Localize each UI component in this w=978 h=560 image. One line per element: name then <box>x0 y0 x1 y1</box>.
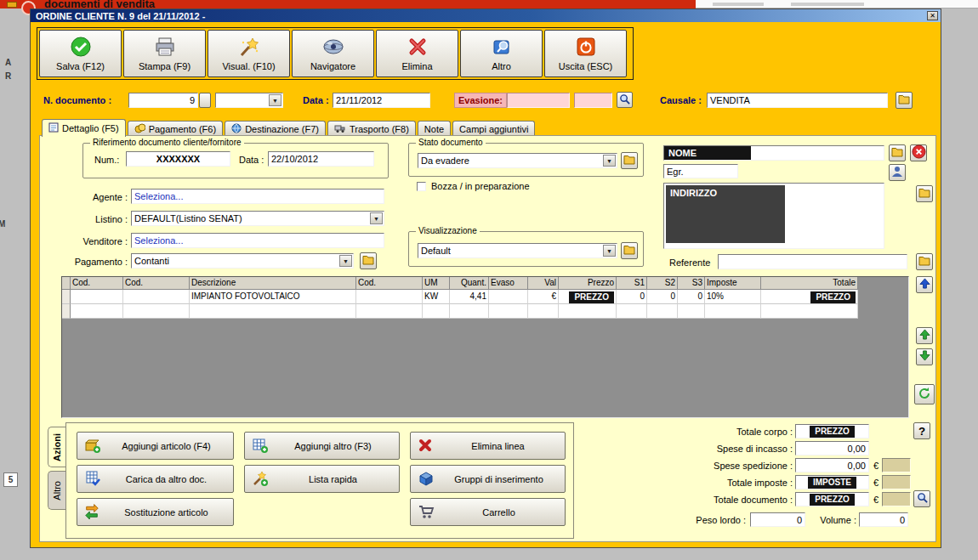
aggiungi-altro-button[interactable]: Aggiungi altro (F3) <box>244 432 400 460</box>
evasione-secondary-input[interactable] <box>574 93 612 108</box>
salva-button[interactable]: Salva (F12) <box>39 30 122 77</box>
indirizzo-folder-button[interactable] <box>916 185 933 202</box>
evasione-search-button[interactable] <box>617 92 633 108</box>
grid-cell[interactable]: 0 <box>678 290 705 304</box>
n-documento-input[interactable]: 9 <box>128 93 198 108</box>
grid-column-header[interactable]: Val <box>528 277 559 290</box>
row-selector[interactable] <box>62 304 71 319</box>
grid-column-header[interactable]: Quant. <box>450 277 489 290</box>
tab-dettaglio[interactable]: Dettaglio (F5) <box>42 119 126 137</box>
grid-cell[interactable] <box>123 304 190 319</box>
grid-column-header[interactable]: S2 <box>647 277 678 290</box>
totale-search-button[interactable] <box>913 490 930 507</box>
stato-folder-button[interactable] <box>621 152 638 169</box>
grid-row[interactable] <box>62 304 908 319</box>
grid-cell[interactable] <box>761 304 858 319</box>
chevron-down-icon[interactable]: ▼ <box>339 255 352 267</box>
grid-cell[interactable]: PREZZO <box>559 290 617 304</box>
grid-cell[interactable]: 0 <box>617 290 647 304</box>
grid-cell[interactable] <box>647 304 678 319</box>
uscita-button[interactable]: Uscita (ESC) <box>544 30 627 77</box>
chevron-down-icon[interactable]: ▼ <box>269 94 281 106</box>
cliente-nome-field[interactable]: NOME <box>663 145 884 161</box>
chevron-down-icon[interactable]: ▼ <box>370 212 383 224</box>
agente-select[interactable]: Seleziona... <box>131 189 384 204</box>
refresh-button[interactable] <box>914 384 935 404</box>
n-documento-browse-button[interactable] <box>199 93 211 108</box>
grid-column-header[interactable]: Prezzo <box>559 277 617 290</box>
grid-cell[interactable]: 4,41 <box>450 290 489 304</box>
grid-column-header[interactable]: Descrizione <box>190 277 356 290</box>
visualizzazione-folder-button[interactable] <box>621 242 638 259</box>
visualizza-button[interactable]: Visual. (F10) <box>208 30 290 77</box>
carica-da-altro-doc-button[interactable]: Carica da altro doc. <box>77 465 234 493</box>
elimina-button[interactable]: Elimina <box>376 30 458 77</box>
window-titlebar[interactable]: ORDINE CLIENTE N. 9 del 21/11/2012 - ✕ <box>31 9 941 22</box>
carrello-button[interactable]: Carrello <box>410 498 566 526</box>
gruppi-di-inserimento-button[interactable]: Gruppi di inserimento <box>410 465 566 493</box>
doc-suffix-combo[interactable]: ▼ <box>215 93 283 108</box>
pagamento-folder-button[interactable] <box>360 252 377 269</box>
data-input[interactable]: 21/11/2012 <box>333 93 430 108</box>
cliente-anagrafica-button[interactable] <box>889 164 906 181</box>
grid-cell[interactable]: 10% <box>705 290 761 304</box>
cliente-clear-button[interactable] <box>910 144 927 161</box>
grid-column-header[interactable]: Cod. <box>71 277 123 290</box>
visualizzazione-select[interactable]: Default ▼ <box>418 243 617 258</box>
grid-cell[interactable]: IMPIANTO FOTOVOLTAICO <box>190 290 356 304</box>
grid-cell[interactable] <box>71 304 123 319</box>
titolo-input[interactable]: Egr. <box>663 164 738 178</box>
order-lines-grid[interactable]: Cod.Cod.DescrizioneCod.UMQuant.EvasoValP… <box>61 276 909 418</box>
grid-cell[interactable] <box>617 304 647 319</box>
bozza-checkbox[interactable] <box>417 182 426 191</box>
grid-cell[interactable] <box>450 304 489 319</box>
altro-button[interactable]: Altro <box>460 30 543 77</box>
referente-folder-button[interactable] <box>916 253 933 270</box>
grid-column-header[interactable]: S1 <box>617 277 647 290</box>
grid-cell[interactable] <box>356 290 423 304</box>
grid-cell[interactable] <box>489 290 528 304</box>
elimina-linea-button[interactable]: Elimina linea <box>410 432 566 460</box>
grid-cell[interactable] <box>356 304 423 319</box>
grid-column-header[interactable]: Cod. <box>356 277 423 290</box>
lista-rapida-button[interactable]: Lista rapida <box>244 465 400 493</box>
grid-cell[interactable] <box>528 304 559 319</box>
help-question-button[interactable]: ? <box>913 422 930 439</box>
listino-select[interactable]: DEFAULT(Listino SENAT) ▼ <box>131 211 384 226</box>
causale-folder-button[interactable] <box>896 92 913 109</box>
volume-input[interactable]: 0 <box>859 512 908 527</box>
sostituzione-articolo-button[interactable]: Sostituzione articolo <box>77 498 234 526</box>
tab-azioni[interactable]: Azioni <box>48 427 65 467</box>
close-icon[interactable]: ✕ <box>927 11 938 20</box>
venditore-select[interactable]: Seleziona... <box>131 233 384 248</box>
grid-row[interactable]: IMPIANTO FOTOVOLTAICOKW4,41€PREZZO00010%… <box>62 290 908 304</box>
stato-select[interactable]: Da evadere ▼ <box>418 153 617 168</box>
grid-cell[interactable] <box>489 304 528 319</box>
row-selector[interactable] <box>62 290 71 304</box>
grid-column-header[interactable]: Imposte <box>705 277 761 290</box>
chevron-down-icon[interactable]: ▼ <box>603 155 616 167</box>
grid-cell[interactable] <box>190 304 356 319</box>
grid-cell[interactable] <box>123 290 190 304</box>
chevron-down-icon[interactable]: ▼ <box>603 245 616 257</box>
grid-cell[interactable] <box>705 304 761 319</box>
move-top-button[interactable] <box>916 276 933 293</box>
grid-cell[interactable]: 0 <box>647 290 678 304</box>
grid-column-header[interactable]: S3 <box>678 277 705 290</box>
grid-column-header[interactable]: Cod. <box>123 277 190 290</box>
referente-input[interactable] <box>718 254 907 269</box>
grid-cell[interactable]: € <box>528 290 559 304</box>
grid-cell[interactable] <box>559 304 617 319</box>
grid-column-header[interactable]: Totale <box>761 277 858 290</box>
cliente-indirizzo-field[interactable]: INDIRIZZO <box>663 183 884 249</box>
spese-incasso-input[interactable]: 0,00 <box>795 441 869 455</box>
rif-data-input[interactable]: 22/10/2012 <box>268 151 374 167</box>
num-input[interactable]: XXXXXXX <box>126 151 230 167</box>
aggiungi-articolo-button[interactable]: Aggiungi articolo (F4) <box>77 432 234 460</box>
grid-cell[interactable] <box>71 290 123 304</box>
tab-altro-vertical[interactable]: Altro <box>48 471 65 510</box>
spese-spedizione-input[interactable]: 0,00 <box>795 458 869 472</box>
grid-cell[interactable]: KW <box>423 290 450 304</box>
navigatore-button[interactable]: Navigatore <box>292 30 374 77</box>
grid-cell[interactable] <box>678 304 705 319</box>
